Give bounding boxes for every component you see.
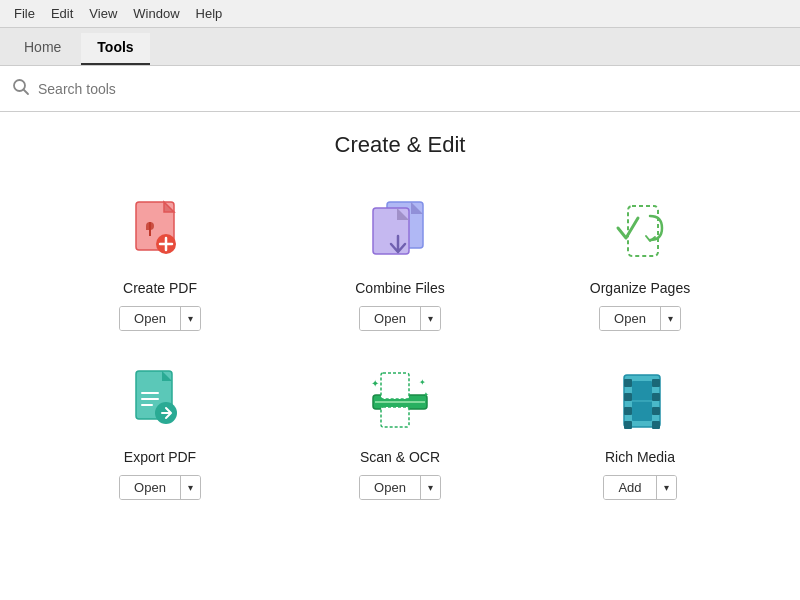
main-content: Create & Edit C [0, 112, 800, 600]
scan-ocr-open-button[interactable]: Open [360, 476, 421, 499]
svg-rect-24 [624, 393, 632, 401]
svg-rect-25 [624, 407, 632, 415]
combine-files-open-button[interactable]: Open [360, 307, 421, 330]
search-bar [0, 66, 800, 112]
svg-text:✦: ✦ [419, 378, 426, 387]
svg-rect-9 [628, 206, 658, 256]
create-pdf-open-button[interactable]: Open [120, 307, 181, 330]
create-pdf-label: Create PDF [123, 280, 197, 296]
rich-media-label: Rich Media [605, 449, 675, 465]
menu-edit[interactable]: Edit [43, 4, 81, 23]
tool-combine-files: Combine Files Open ▾ [280, 178, 520, 347]
svg-line-1 [24, 89, 29, 94]
tool-rich-media: Rich Media Add ▾ [520, 347, 760, 516]
combine-files-icon [364, 198, 436, 270]
rich-media-add-button[interactable]: Add [604, 476, 656, 499]
export-pdf-dropdown-button[interactable]: ▾ [181, 476, 200, 499]
section-title: Create & Edit [0, 132, 800, 158]
combine-files-label: Combine Files [355, 280, 444, 296]
rich-media-btn-group: Add ▾ [603, 475, 676, 500]
tool-organize-pages: Organize Pages Open ▾ [520, 178, 760, 347]
organize-pages-open-button[interactable]: Open [600, 307, 661, 330]
tab-home[interactable]: Home [8, 33, 77, 65]
menu-bar: File Edit View Window Help [0, 0, 800, 28]
export-pdf-open-button[interactable]: Open [120, 476, 181, 499]
svg-rect-30 [652, 421, 660, 429]
tab-tools[interactable]: Tools [81, 33, 149, 65]
menu-view[interactable]: View [81, 4, 125, 23]
scan-ocr-btn-group: Open ▾ [359, 475, 441, 500]
create-pdf-dropdown-button[interactable]: ▾ [181, 307, 200, 330]
tools-grid: Create PDF Open ▾ Combine Fi [0, 178, 800, 516]
organize-pages-dropdown-button[interactable]: ▾ [661, 307, 680, 330]
svg-rect-28 [652, 393, 660, 401]
svg-rect-23 [624, 379, 632, 387]
combine-files-dropdown-button[interactable]: ▾ [421, 307, 440, 330]
svg-rect-26 [624, 421, 632, 429]
scan-ocr-dropdown-button[interactable]: ▾ [421, 476, 440, 499]
scan-ocr-label: Scan & OCR [360, 449, 440, 465]
scan-ocr-icon: ✦ ✦ ✦ [364, 367, 436, 439]
svg-rect-21 [381, 407, 409, 427]
organize-pages-btn-group: Open ▾ [599, 306, 681, 331]
rich-media-dropdown-button[interactable]: ▾ [657, 476, 676, 499]
export-pdf-label: Export PDF [124, 449, 196, 465]
menu-help[interactable]: Help [188, 4, 231, 23]
organize-pages-icon [604, 198, 676, 270]
export-pdf-btn-group: Open ▾ [119, 475, 201, 500]
svg-rect-27 [652, 379, 660, 387]
combine-files-btn-group: Open ▾ [359, 306, 441, 331]
svg-text:✦: ✦ [423, 391, 429, 398]
create-pdf-icon [124, 198, 196, 270]
menu-window[interactable]: Window [125, 4, 187, 23]
svg-rect-17 [381, 373, 409, 399]
tool-scan-ocr: ✦ ✦ ✦ Scan & OCR Open ▾ [280, 347, 520, 516]
tab-bar: Home Tools [0, 28, 800, 66]
menu-file[interactable]: File [6, 4, 43, 23]
rich-media-icon [604, 367, 676, 439]
search-input[interactable] [38, 81, 788, 97]
svg-text:✦: ✦ [371, 378, 379, 389]
create-pdf-btn-group: Open ▾ [119, 306, 201, 331]
tool-export-pdf: Export PDF Open ▾ [40, 347, 280, 516]
search-icon [12, 78, 30, 100]
svg-rect-29 [652, 407, 660, 415]
organize-pages-label: Organize Pages [590, 280, 690, 296]
export-pdf-icon [124, 367, 196, 439]
tool-create-pdf: Create PDF Open ▾ [40, 178, 280, 347]
